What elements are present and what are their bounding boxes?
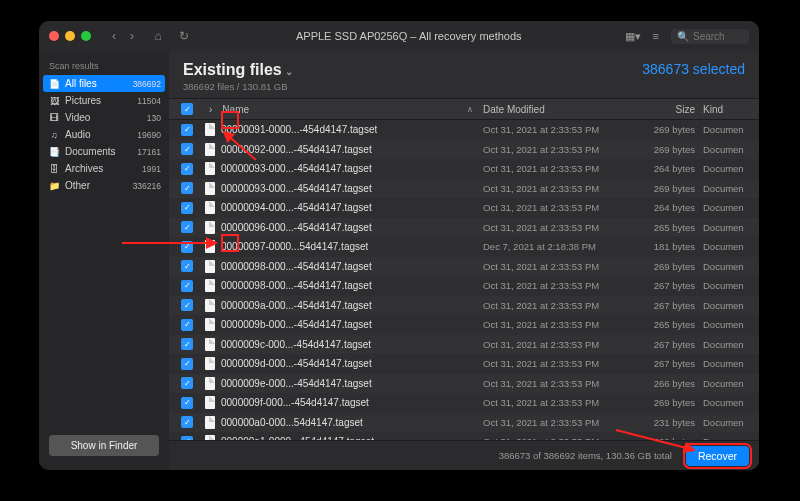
search-input[interactable] bbox=[693, 31, 743, 42]
category-icon: 🗄 bbox=[47, 164, 61, 174]
sidebar-item-count: 19690 bbox=[137, 130, 161, 140]
row-checkbox[interactable]: ✓ bbox=[181, 260, 193, 272]
footer-status: 386673 of 386692 items, 130.36 GB total bbox=[499, 450, 672, 461]
main-title[interactable]: Existing files⌄ bbox=[183, 61, 293, 79]
file-name: 00000097-0000...54d4147.tagset bbox=[221, 241, 368, 252]
table-row[interactable]: ✓0000009b-000...-454d4147.tagsetOct 31, … bbox=[169, 315, 759, 335]
file-date: Oct 31, 2021 at 2:33:53 PM bbox=[483, 261, 633, 272]
sidebar-item-archives[interactable]: 🗄Archives1991 bbox=[39, 160, 169, 177]
row-checkbox[interactable]: ✓ bbox=[181, 319, 193, 331]
document-icon bbox=[205, 162, 215, 175]
file-size: 269 bytes bbox=[633, 183, 703, 194]
table-row[interactable]: ✓0000009f-000...-454d4147.tagsetOct 31, … bbox=[169, 393, 759, 413]
chevron-down-icon: ⌄ bbox=[285, 66, 293, 77]
row-checkbox[interactable]: ✓ bbox=[181, 436, 193, 440]
minimize-icon[interactable] bbox=[65, 31, 75, 41]
table-row[interactable]: ✓00000097-0000...54d4147.tagsetDec 7, 20… bbox=[169, 237, 759, 257]
file-date: Oct 31, 2021 at 2:33:53 PM bbox=[483, 144, 633, 155]
document-icon bbox=[205, 240, 215, 253]
file-name: 000000a0-000...54d4147.tagset bbox=[221, 417, 363, 428]
close-icon[interactable] bbox=[49, 31, 59, 41]
row-checkbox[interactable]: ✓ bbox=[181, 299, 193, 311]
zoom-icon[interactable] bbox=[81, 31, 91, 41]
nav-back-icon[interactable]: ‹ bbox=[105, 29, 123, 43]
table-row[interactable]: ✓00000091-0000...-454d4147.tagsetOct 31,… bbox=[169, 120, 759, 140]
file-name: 00000098-000...-454d4147.tagset bbox=[221, 261, 372, 272]
settings-icon[interactable]: ≡ bbox=[653, 30, 659, 42]
history-icon[interactable]: ↻ bbox=[175, 29, 193, 43]
search-icon: 🔍 bbox=[677, 31, 689, 42]
file-size: 264 bytes bbox=[633, 163, 703, 174]
table-row[interactable]: ✓00000096-000...-454d4147.tagsetOct 31, … bbox=[169, 218, 759, 238]
document-icon bbox=[205, 377, 215, 390]
search-box[interactable]: 🔍 bbox=[671, 29, 749, 44]
document-icon bbox=[205, 221, 215, 234]
sidebar-item-label: All files bbox=[65, 78, 133, 89]
file-name: 0000009a-000...-454d4147.tagset bbox=[221, 300, 372, 311]
home-icon[interactable]: ⌂ bbox=[149, 29, 167, 43]
table-row[interactable]: ✓00000098-000...-454d4147.tagsetOct 31, … bbox=[169, 276, 759, 296]
document-icon bbox=[205, 318, 215, 331]
file-kind: Documen bbox=[703, 261, 759, 272]
row-checkbox[interactable]: ✓ bbox=[181, 241, 193, 253]
col-size[interactable]: Size bbox=[633, 104, 703, 115]
nav-forward-icon[interactable]: › bbox=[123, 29, 141, 43]
table-row[interactable]: ✓00000093-000...-454d4147.tagsetOct 31, … bbox=[169, 159, 759, 179]
table-row[interactable]: ✓00000098-000...-454d4147.tagsetOct 31, … bbox=[169, 257, 759, 277]
table-row[interactable]: ✓000000a1-0000...454d4147.tagsetOct 31, … bbox=[169, 432, 759, 440]
table-row[interactable]: ✓00000094-000...-454d4147.tagsetOct 31, … bbox=[169, 198, 759, 218]
row-checkbox[interactable]: ✓ bbox=[181, 377, 193, 389]
sidebar-item-audio[interactable]: ♫Audio19690 bbox=[39, 126, 169, 143]
file-size: 231 bytes bbox=[633, 417, 703, 428]
select-all-checkbox[interactable]: ✓ bbox=[181, 103, 193, 115]
col-name[interactable]: ›Name∧ bbox=[205, 104, 483, 115]
file-kind: Documen bbox=[703, 300, 759, 311]
row-checkbox[interactable]: ✓ bbox=[181, 397, 193, 409]
file-date: Oct 31, 2021 at 2:33:53 PM bbox=[483, 280, 633, 291]
row-checkbox[interactable]: ✓ bbox=[181, 163, 193, 175]
sidebar-item-pictures[interactable]: 🖼Pictures11504 bbox=[39, 92, 169, 109]
document-icon bbox=[205, 435, 215, 440]
file-name: 00000094-000...-454d4147.tagset bbox=[221, 202, 372, 213]
row-checkbox[interactable]: ✓ bbox=[181, 202, 193, 214]
table-row[interactable]: ✓0000009d-000...-454d4147.tagsetOct 31, … bbox=[169, 354, 759, 374]
sidebar: Scan results 📄All files386692🖼Pictures11… bbox=[39, 51, 169, 470]
table-row[interactable]: ✓00000093-000...-454d4147.tagsetOct 31, … bbox=[169, 179, 759, 199]
recover-button[interactable]: Recover bbox=[686, 446, 749, 466]
sidebar-item-documents[interactable]: 📑Documents17161 bbox=[39, 143, 169, 160]
row-checkbox[interactable]: ✓ bbox=[181, 358, 193, 370]
table-row[interactable]: ✓0000009e-000...-454d4147.tagsetOct 31, … bbox=[169, 374, 759, 394]
document-icon bbox=[205, 143, 215, 156]
sidebar-item-all-files[interactable]: 📄All files386692 bbox=[43, 75, 165, 92]
file-name: 0000009e-000...-454d4147.tagset bbox=[221, 378, 372, 389]
table-row[interactable]: ✓0000009c-000...-454d4147.tagsetOct 31, … bbox=[169, 335, 759, 355]
row-checkbox[interactable]: ✓ bbox=[181, 182, 193, 194]
document-icon bbox=[205, 123, 215, 136]
view-grid-icon[interactable]: ▦▾ bbox=[625, 30, 641, 43]
col-date[interactable]: Date Modified bbox=[483, 104, 633, 115]
row-checkbox[interactable]: ✓ bbox=[181, 338, 193, 350]
row-checkbox[interactable]: ✓ bbox=[181, 221, 193, 233]
document-icon bbox=[205, 396, 215, 409]
row-checkbox[interactable]: ✓ bbox=[181, 416, 193, 428]
row-checkbox[interactable]: ✓ bbox=[181, 124, 193, 136]
category-icon: ♫ bbox=[47, 130, 61, 140]
table-row[interactable]: ✓000000a0-000...54d4147.tagsetOct 31, 20… bbox=[169, 413, 759, 433]
footer: 386673 of 386692 items, 130.36 GB total … bbox=[169, 440, 759, 470]
file-size: 181 bytes bbox=[633, 241, 703, 252]
row-checkbox[interactable]: ✓ bbox=[181, 143, 193, 155]
sidebar-item-label: Video bbox=[65, 112, 147, 123]
row-checkbox[interactable]: ✓ bbox=[181, 280, 193, 292]
file-kind: Documen bbox=[703, 378, 759, 389]
sidebar-item-other[interactable]: 📁Other336216 bbox=[39, 177, 169, 194]
table-row[interactable]: ✓0000009a-000...-454d4147.tagsetOct 31, … bbox=[169, 296, 759, 316]
file-size: 265 bytes bbox=[633, 222, 703, 233]
file-kind: Documen bbox=[703, 144, 759, 155]
toolbar-right: ▦▾ ≡ 🔍 bbox=[625, 29, 749, 44]
category-icon: 📑 bbox=[47, 147, 61, 157]
sidebar-item-video[interactable]: 🎞Video130 bbox=[39, 109, 169, 126]
show-in-finder-button[interactable]: Show in Finder bbox=[49, 435, 159, 456]
traffic-lights bbox=[49, 31, 91, 41]
col-kind[interactable]: Kind bbox=[703, 104, 759, 115]
table-row[interactable]: ✓00000092-000...-454d4147.tagsetOct 31, … bbox=[169, 140, 759, 160]
